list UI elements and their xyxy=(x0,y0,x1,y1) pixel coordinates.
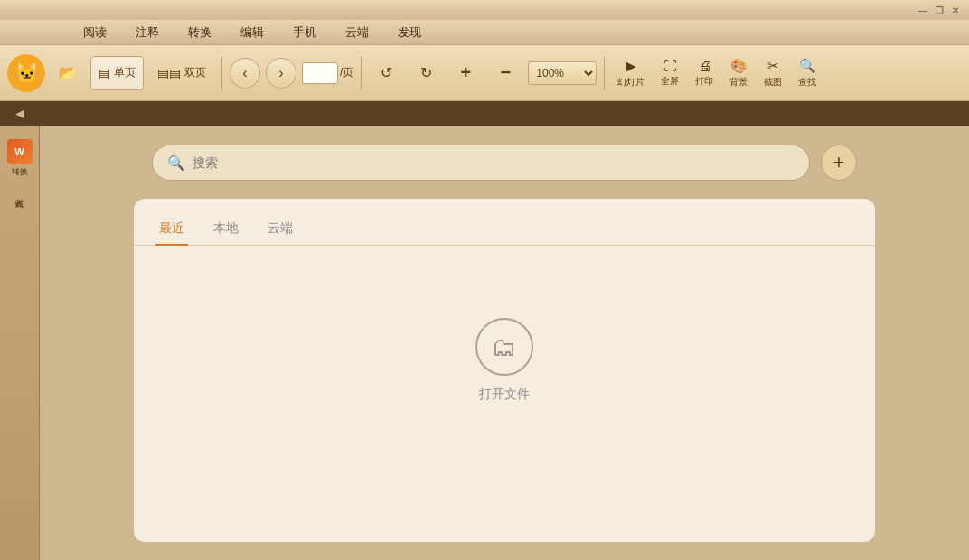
sidebar-toggle-button[interactable]: ◄ xyxy=(7,104,33,124)
crop-icon: ✂ xyxy=(767,58,779,74)
search-icon: 🔍 xyxy=(167,154,185,172)
fullscreen-button[interactable]: ⛶ 全屏 xyxy=(655,56,684,89)
zoom-in-button[interactable]: + xyxy=(448,56,483,90)
empty-state: 🗂 打开文件 xyxy=(475,264,533,457)
sidebar-toggle-bar: ◄ xyxy=(0,101,969,126)
background-button[interactable]: 🎨 背景 xyxy=(724,56,753,90)
crop-button[interactable]: ✂ 截图 xyxy=(758,56,787,90)
print-button[interactable]: 🖨 打印 xyxy=(690,56,719,89)
fullscreen-label: 全屏 xyxy=(661,75,679,88)
zoom-out-button[interactable]: − xyxy=(488,56,522,90)
close-button[interactable]: ✕ xyxy=(949,4,962,16)
redo-button[interactable]: ↻ xyxy=(409,56,443,90)
tab-cloud[interactable]: 云端 xyxy=(264,213,296,246)
folder-icon: 🗂 xyxy=(492,332,517,362)
separator-1 xyxy=(221,57,222,89)
undo-icon: ↺ xyxy=(381,64,392,81)
open-folder-button[interactable]: 📂 xyxy=(51,56,85,90)
search-input[interactable] xyxy=(193,155,795,170)
convert-label: 转换 xyxy=(12,166,28,178)
add-button[interactable]: + xyxy=(821,145,857,181)
menu-bar: 阅读 注释 转换 编辑 手机 云端 发现 xyxy=(0,20,969,45)
prev-page-button[interactable]: ‹ xyxy=(230,58,260,89)
file-panel: 最近 本地 云端 🗂 打开文件 xyxy=(134,199,875,542)
zoom-select[interactable]: 100% 75% 125% 150% 200% xyxy=(528,61,597,85)
content-area: 🔍 + 最近 本地 云端 🗂 打开文件 xyxy=(40,126,969,560)
double-page-label: 双页 xyxy=(184,65,206,80)
next-page-button[interactable]: › xyxy=(266,58,296,89)
sidebar-item-collapse[interactable]: 入收起 xyxy=(4,187,36,198)
empty-label: 打开文件 xyxy=(479,387,530,403)
find-label: 查找 xyxy=(798,76,816,89)
print-icon: 🖨 xyxy=(698,58,711,73)
double-page-button[interactable]: ▤▤ 双页 xyxy=(149,56,214,90)
slideshow-button[interactable]: ▶ 幻灯片 xyxy=(612,56,650,90)
slideshow-icon: ▶ xyxy=(626,58,636,74)
tab-recent[interactable]: 最近 xyxy=(155,213,188,246)
file-tabs: 最近 本地 云端 xyxy=(134,199,875,246)
page-number-input[interactable] xyxy=(302,62,338,84)
separator-2 xyxy=(361,57,362,89)
separator-3 xyxy=(604,57,605,89)
folder-circle[interactable]: 🗂 xyxy=(475,318,533,376)
background-icon: 🎨 xyxy=(730,58,748,74)
menu-edit[interactable]: 编辑 xyxy=(230,23,275,42)
restore-button[interactable]: ❐ xyxy=(933,4,945,16)
menu-mobile[interactable]: 手机 xyxy=(282,23,327,42)
main-area: W 转换 入收起 🔍 + 最近 本地 云端 xyxy=(0,126,969,560)
sidebar-item-convert[interactable]: W 转换 xyxy=(4,134,36,183)
find-button[interactable]: 🔍 查找 xyxy=(793,56,822,90)
crop-label: 截图 xyxy=(764,76,782,89)
menu-annotate[interactable]: 注释 xyxy=(125,23,170,42)
menu-discover[interactable]: 发现 xyxy=(387,23,432,42)
menu-convert[interactable]: 转换 xyxy=(177,23,222,42)
left-sidebar: W 转换 入收起 xyxy=(0,126,40,560)
convert-icon: W xyxy=(7,139,33,164)
undo-button[interactable]: ↺ xyxy=(369,56,403,90)
fullscreen-icon: ⛶ xyxy=(663,58,677,73)
menu-cloud[interactable]: 云端 xyxy=(334,23,380,42)
file-tab-content: 🗂 打开文件 xyxy=(134,246,875,475)
title-bar: — ❐ ✕ xyxy=(0,0,969,20)
page-label: /页 xyxy=(340,65,353,80)
slideshow-label: 幻灯片 xyxy=(617,76,644,89)
find-icon: 🔍 xyxy=(799,58,816,74)
redo-icon: ↻ xyxy=(420,64,432,81)
search-bar: 🔍 xyxy=(152,145,810,181)
toolbar: 🐱 📂 ▤ 单页 ▤▤ 双页 ‹ › /页 ↺ ↻ + − 100% 75% 1… xyxy=(0,45,969,101)
logo-button[interactable]: 🐱 xyxy=(7,54,45,92)
print-label: 打印 xyxy=(695,75,713,88)
search-wrap: 🔍 + xyxy=(152,145,857,181)
menu-read[interactable]: 阅读 xyxy=(72,23,118,42)
tab-local[interactable]: 本地 xyxy=(210,213,242,246)
single-page-label: 单页 xyxy=(114,65,136,80)
single-page-button[interactable]: ▤ 单页 xyxy=(90,56,144,90)
background-label: 背景 xyxy=(729,76,748,89)
minimize-button[interactable]: — xyxy=(917,4,929,16)
page-input-wrap: /页 xyxy=(302,62,353,84)
